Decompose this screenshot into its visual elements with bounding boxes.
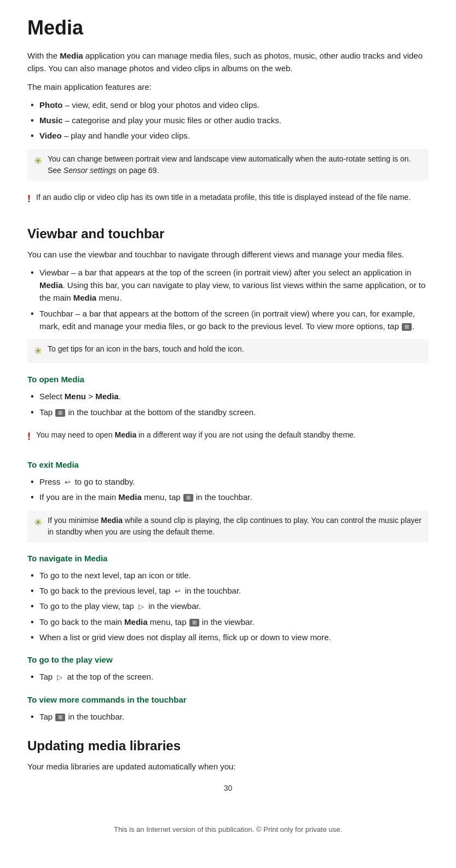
viewbar-bullets: Viewbar – a bar that appears at the top … — [27, 266, 429, 332]
updating-section-title: Updating media libraries — [27, 738, 429, 754]
tip-text-3: If you minimise Media while a sound clip… — [48, 515, 422, 538]
list-item: Tap ⊞ in the touchbar. — [27, 710, 429, 723]
subsection-open-media: To open Media — [27, 373, 429, 386]
list-item: Video – play and handle your video clips… — [27, 129, 429, 142]
viewbar-section-title: Viewbar and touchbar — [27, 226, 429, 242]
tip-text-2: To get tips for an icon in the bars, tou… — [48, 343, 244, 355]
tip-icon-3: ✳ — [34, 515, 42, 530]
subsection-navigate-media: To navigate in Media — [27, 552, 429, 565]
warning-box-1: ! If an audio clip or video clip has its… — [27, 187, 429, 211]
play-view-bullets: Tap ▷ at the top of the screen. — [27, 670, 429, 683]
play-icon-inline: ▷ — [137, 603, 146, 611]
list-item: To go to the play view, tap ▷ in the vie… — [27, 600, 429, 612]
open-media-bullets: Select Menu > Media. Tap ⊞ in the touchb… — [27, 390, 429, 418]
warning-text-1: If an audio clip or video clip has its o… — [36, 192, 411, 203]
warning-icon-2: ! — [27, 429, 31, 444]
grid-icon-inline: ⊞ — [189, 619, 199, 626]
navigate-media-bullets: To go to the next level, tap an icon or … — [27, 569, 429, 643]
grid-icon-inline: ⊞ — [55, 409, 65, 417]
intro-paragraph-1: With the Media application you can manag… — [27, 49, 429, 75]
warning-icon-1: ! — [27, 192, 31, 206]
back-icon-inline: ↩ — [173, 588, 182, 595]
warning-box-2: ! You may need to open Media in a differ… — [27, 425, 429, 449]
tip-box-2: ✳ To get tips for an icon in the bars, t… — [27, 339, 429, 363]
more-commands-bullets: Tap ⊞ in the touchbar. — [27, 710, 429, 723]
footer-text: This is an Internet version of this publ… — [27, 814, 429, 833]
page-title: Media — [27, 16, 429, 39]
list-item: To go back to the previous level, tap ↩ … — [27, 584, 429, 597]
list-item: If you are in the main Media menu, tap ⊞… — [27, 491, 429, 503]
list-item: Touchbar – a bar that appears at the bot… — [27, 307, 429, 333]
tip-box-1: ✳ You can change between portrait view a… — [27, 149, 429, 181]
back-icon-inline: ↩ — [64, 479, 72, 486]
subsection-exit-media: To exit Media — [27, 458, 429, 471]
play-icon-inline: ▷ — [55, 674, 64, 681]
list-item: Tap ⊞ in the touchbar at the bottom of t… — [27, 406, 429, 418]
list-item: Photo – view, edit, send or blog your ph… — [27, 99, 429, 111]
viewbar-paragraph-1: You can use the viewbar and touchbar to … — [27, 248, 429, 261]
list-item: Viewbar – a bar that appears at the top … — [27, 266, 429, 304]
tip-icon-2: ✳ — [34, 344, 42, 359]
updating-paragraph-1: Your media libraries are updated automat… — [27, 760, 429, 773]
tip-icon: ✳ — [34, 154, 42, 169]
warning-text-2: You may need to open Media in a differen… — [36, 429, 356, 441]
subsection-more-commands: To view more commands in the touchbar — [27, 693, 429, 706]
list-item: Select Menu > Media. — [27, 390, 429, 403]
exit-media-bullets: Press ↩ to go to standby. If you are in … — [27, 475, 429, 504]
tip-text-1: You can change between portrait view and… — [48, 153, 422, 176]
grid-icon-inline: ⊞ — [183, 494, 193, 502]
features-list: Photo – view, edit, send or blog your ph… — [27, 99, 429, 142]
tip-box-3: ✳ If you minimise Media while a sound cl… — [27, 510, 429, 542]
intro-paragraph-2: The main application features are: — [27, 81, 429, 93]
list-item: To go to the next level, tap an icon or … — [27, 569, 429, 582]
list-item: Music – categorise and play your music f… — [27, 114, 429, 127]
grid-icon-inline: ⊞ — [55, 714, 65, 721]
list-item: Tap ▷ at the top of the screen. — [27, 670, 429, 683]
list-item: To go back to the main Media menu, tap ⊞… — [27, 616, 429, 628]
list-item: Press ↩ to go to standby. — [27, 475, 429, 488]
page-number: 30 — [27, 784, 429, 792]
subsection-play-view: To go to the play view — [27, 653, 429, 666]
list-item: When a list or grid view does not displa… — [27, 631, 429, 643]
grid-icon-inline: ⊞ — [402, 323, 412, 331]
